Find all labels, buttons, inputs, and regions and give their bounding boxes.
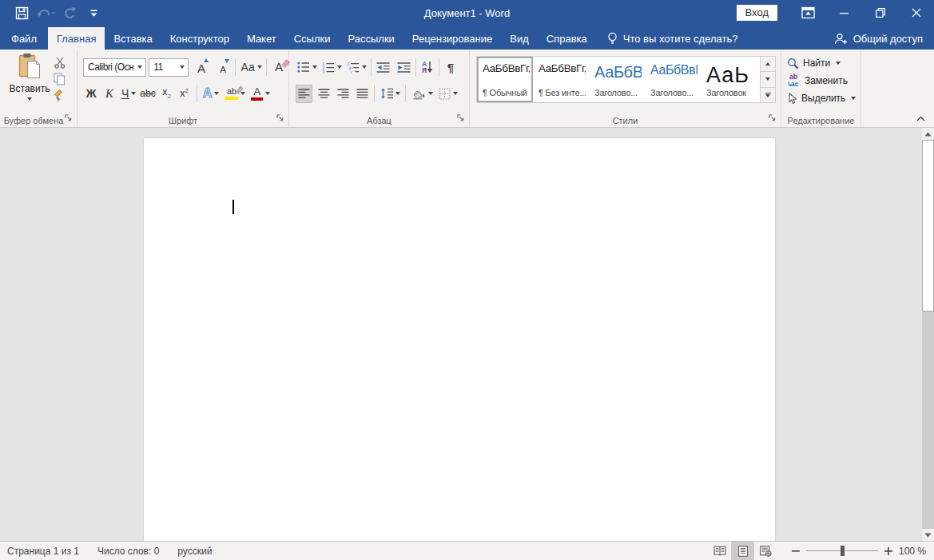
close-button[interactable] xyxy=(898,0,934,26)
page-number-indicator[interactable]: Страница 1 из 1 xyxy=(0,546,86,557)
highlight-button[interactable]: ab xyxy=(223,85,246,103)
tab-references[interactable]: Ссылки xyxy=(285,27,340,50)
zoom-in-button[interactable] xyxy=(880,542,897,560)
undo-button[interactable] xyxy=(34,2,58,23)
scroll-up-arrow-icon xyxy=(924,132,932,137)
zoom-level-indicator[interactable]: 100 % xyxy=(897,546,934,557)
tab-review[interactable]: Рецензирование xyxy=(403,27,501,50)
select-caret-icon xyxy=(851,97,856,100)
line-spacing-button[interactable] xyxy=(379,85,401,103)
strikethrough-button[interactable]: abc xyxy=(138,85,157,103)
change-case-button[interactable]: Аа xyxy=(240,58,262,77)
font-name-combo[interactable]: Calibri (Осн xyxy=(83,58,146,77)
borders-button[interactable] xyxy=(437,85,459,103)
find-button[interactable]: Найти xyxy=(787,54,856,72)
bullets-button[interactable] xyxy=(296,58,318,77)
cut-scissors-icon xyxy=(54,57,66,69)
customize-quick-access-button[interactable] xyxy=(81,2,105,23)
more-styles-icon xyxy=(765,93,771,98)
print-layout-button[interactable] xyxy=(731,542,754,560)
scroll-up-icon xyxy=(765,62,770,66)
bold-button[interactable]: Ж xyxy=(83,85,99,103)
font-size-combo[interactable]: 11 xyxy=(149,58,189,77)
replace-button[interactable]: ab ↳ ac Заменить xyxy=(787,72,856,89)
scrollbar-up-button[interactable] xyxy=(922,128,934,140)
ribbon-display-options-button[interactable] xyxy=(790,0,826,26)
line-spacing-icon xyxy=(380,88,393,99)
italic-button[interactable]: К xyxy=(101,85,117,103)
superscript-button[interactable]: x2 xyxy=(177,85,193,103)
tab-mailings[interactable]: Рассылки xyxy=(339,27,403,50)
language-indicator[interactable]: русский xyxy=(170,546,219,557)
multilevel-list-button[interactable]: 1ai xyxy=(345,58,368,77)
share-button[interactable]: Общий доступ xyxy=(823,27,934,50)
styles-scroll-up-button[interactable] xyxy=(761,57,775,72)
decrease-indent-button[interactable] xyxy=(375,58,391,77)
web-layout-button[interactable] xyxy=(754,542,777,560)
style-no-spacing[interactable]: АаБбВвГг, ¶ Без инте... xyxy=(533,57,589,102)
styles-more-button[interactable] xyxy=(761,88,775,102)
styles-scroll-down-button[interactable] xyxy=(761,72,775,87)
style-preview: АаБбВвГг, xyxy=(483,62,530,76)
show-marks-button[interactable]: ¶ xyxy=(443,58,459,77)
scrollbar-down-button[interactable] xyxy=(922,529,934,541)
paste-button[interactable]: Вставить xyxy=(6,53,53,113)
tab-help[interactable]: Справка xyxy=(538,27,596,50)
tab-view[interactable]: Вид xyxy=(501,27,538,50)
sign-in-button[interactable]: Вход xyxy=(737,5,777,21)
style-title[interactable]: АаЬ Заголовок xyxy=(701,57,757,102)
document-page[interactable] xyxy=(144,138,775,541)
grow-font-button[interactable]: А xyxy=(193,58,209,77)
shading-button[interactable] xyxy=(410,85,434,103)
font-dialog-launcher[interactable] xyxy=(275,113,286,124)
minimize-button[interactable] xyxy=(826,0,862,26)
styles-dialog-launcher[interactable] xyxy=(767,113,778,124)
read-mode-button[interactable] xyxy=(708,542,731,560)
tab-design[interactable]: Конструктор xyxy=(161,27,238,50)
tell-me-box[interactable]: Что вы хотите сделать? xyxy=(599,27,746,50)
restore-button[interactable] xyxy=(862,0,898,26)
sort-arrow-icon xyxy=(427,62,433,73)
text-effects-letter: А xyxy=(203,87,213,100)
text-effects-button[interactable]: А xyxy=(201,85,221,103)
tab-layout[interactable]: Макет xyxy=(238,27,285,50)
increase-indent-button[interactable] xyxy=(395,58,412,77)
font-name-dropdown[interactable] xyxy=(133,59,145,76)
format-painter-button[interactable] xyxy=(51,89,72,103)
sort-button[interactable]: А Я xyxy=(419,58,435,77)
redo-button[interactable] xyxy=(58,2,81,23)
collapse-ribbon-button[interactable] xyxy=(913,113,928,124)
style-heading1[interactable]: АаБбВв Заголово... xyxy=(589,57,645,102)
tab-home[interactable]: Главная xyxy=(48,27,105,50)
justify-button[interactable] xyxy=(354,85,370,103)
numbering-button[interactable]: 123 xyxy=(320,58,343,77)
zoom-slider-thumb[interactable] xyxy=(841,546,845,556)
subscript-button[interactable]: x2 xyxy=(159,85,175,103)
font-color-button[interactable]: А xyxy=(249,85,271,103)
tab-file[interactable]: Файл xyxy=(0,27,48,50)
align-center-button[interactable] xyxy=(316,85,332,103)
shrink-font-button[interactable]: А xyxy=(215,58,231,77)
clear-formatting-button[interactable]: А xyxy=(271,58,287,77)
clipboard-dialog-launcher[interactable] xyxy=(63,113,74,124)
restore-icon xyxy=(876,8,885,18)
align-left-button[interactable] xyxy=(296,85,312,103)
zoom-out-button[interactable] xyxy=(787,542,805,560)
select-button[interactable]: Выделить xyxy=(787,89,856,107)
scrollbar-thumb[interactable] xyxy=(922,140,934,312)
copy-button[interactable] xyxy=(51,72,72,86)
style-normal[interactable]: АаБбВвГг, ¶ Обычный xyxy=(477,57,533,102)
align-right-button[interactable] xyxy=(335,85,351,103)
underline-button[interactable]: Ч xyxy=(120,85,137,103)
format-painter-icon xyxy=(54,89,66,102)
paragraph-dialog-launcher[interactable] xyxy=(455,113,467,124)
document-area[interactable] xyxy=(0,128,934,541)
font-size-dropdown[interactable] xyxy=(176,59,188,76)
zoom-slider[interactable] xyxy=(806,542,878,560)
cut-button[interactable] xyxy=(51,55,72,70)
vertical-scrollbar[interactable] xyxy=(922,128,934,541)
style-heading2[interactable]: АаБбВвГ Заголово... xyxy=(645,57,701,102)
tab-insert[interactable]: Вставка xyxy=(105,27,161,50)
word-count-indicator[interactable]: Число слов: 0 xyxy=(90,546,166,557)
save-button[interactable] xyxy=(10,2,34,23)
